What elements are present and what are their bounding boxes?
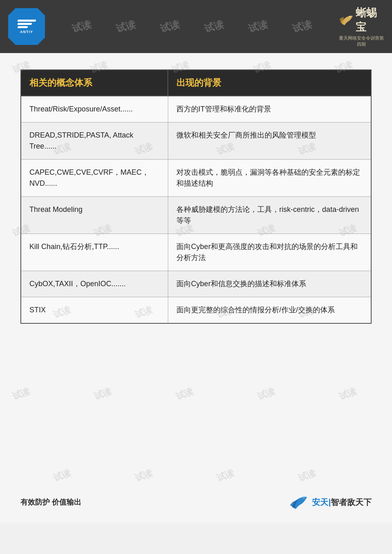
- col-right-header: 出现的背景: [168, 70, 371, 96]
- table-row: CybOX,TAXII，OpenIOC.......面向Cyber和信息交换的描…: [21, 271, 371, 297]
- table-row: Threat Modeling各种威胁建模的方法论，工具，risk-centri…: [21, 197, 371, 234]
- logo-stripe-3: [17, 26, 28, 28]
- table-cell-right: 面向更完整的综合性的情报分析/作业/交换的体系: [168, 297, 371, 324]
- header-watermark: 试读: [291, 20, 314, 33]
- header-watermark: 试读: [159, 20, 181, 33]
- footer: 有效防护 价值输出 安天|智者敌天下: [20, 494, 372, 510]
- table-row: Kill Chain,钻石分析,TTP......面向Cyber和更高强度的攻击…: [21, 234, 371, 271]
- header: ANTIY 试读 试读 试读 试读 试读 试读 蜥蜴宝 重天网络安全令训营第四期: [0, 0, 392, 53]
- main-content: 相关的概念体系 出现的背景 Threat/Risk/Exposure/Asset…: [0, 53, 392, 523]
- table-cell-right: 西方的IT管理和标准化的背景: [168, 96, 371, 122]
- footer-logo: 安天|智者敌天下: [288, 494, 372, 510]
- antiy-logo: ANTIY: [8, 8, 45, 45]
- table-cell-left: Threat/Risk/Exposure/Asset......: [21, 96, 168, 122]
- footer-logo-text: 安天|智者敌天下: [312, 497, 372, 508]
- header-watermark: 试读: [115, 20, 137, 33]
- footer-logo-icon: [288, 494, 309, 510]
- right-logo: 蜥蜴宝 重天网络安全令训营第四期: [339, 12, 384, 41]
- table-cell-left: DREAD,STRIDE,PASTA, Attack Tree......: [21, 122, 168, 160]
- header-watermark: 试读: [203, 20, 225, 33]
- logo-stripe-2: [17, 23, 32, 25]
- footer-logo-dark: 智者敌天下: [331, 498, 372, 507]
- col-left-header: 相关的概念体系: [21, 70, 168, 96]
- logo-stripe-1: [17, 20, 36, 22]
- table-header-row: 相关的概念体系 出现的背景: [21, 70, 371, 96]
- table-row: Threat/Risk/Exposure/Asset......西方的IT管理和…: [21, 96, 371, 122]
- footer-slogan: 有效防护 价值输出: [20, 497, 81, 507]
- concept-table: 相关的概念体系 出现的背景 Threat/Risk/Exposure/Asset…: [20, 69, 372, 324]
- header-watermark: 试读: [247, 20, 270, 33]
- right-logo-top: 蜥蜴宝: [339, 6, 384, 34]
- svg-point-0: [349, 16, 351, 17]
- logo-text: ANTIY: [20, 30, 33, 34]
- table-row: DREAD,STRIDE,PASTA, Attack Tree......微软和…: [21, 122, 371, 160]
- table-cell-left: Threat Modeling: [21, 197, 168, 234]
- table-cell-right: 对攻击模式，脆弱点，漏洞等各种基础的安全元素的标定和描述结构: [168, 160, 371, 197]
- table-cell-right: 各种威胁建模的方法论，工具，risk-centric，data-driven等等: [168, 197, 371, 234]
- table-cell-right: 微软和相关安全厂商所推出的风险管理模型: [168, 122, 371, 160]
- header-watermarks: 试读 试读 试读 试读 试读 试读: [45, 20, 339, 33]
- right-logo-subtitle: 重天网络安全令训营第四期: [339, 35, 384, 47]
- right-logo-cn-text: 蜥蜴宝: [356, 6, 384, 34]
- table-cell-right: 面向Cyber和信息交换的描述和标准体系: [168, 271, 371, 297]
- logo-stripes: [18, 20, 36, 28]
- footer-logo-blue: 安天: [312, 498, 328, 507]
- bird-icon: [339, 13, 353, 27]
- table-row: STIX面向更完整的综合性的情报分析/作业/交换的体系: [21, 297, 371, 324]
- table-cell-left: Kill Chain,钻石分析,TTP......: [21, 234, 168, 271]
- svg-point-1: [303, 496, 305, 499]
- table-cell-left: STIX: [21, 297, 168, 324]
- table-cell-left: CybOX,TAXII，OpenIOC.......: [21, 271, 168, 297]
- table-cell-right: 面向Cyber和更高强度的攻击和对抗的场景的分析工具和分析方法: [168, 234, 371, 271]
- table-cell-left: CAPEC,CWE,CVE,CVRF，MAEC，NVD......: [21, 160, 168, 197]
- table-row: CAPEC,CWE,CVE,CVRF，MAEC，NVD......对攻击模式，脆…: [21, 160, 371, 197]
- header-watermark: 试读: [71, 20, 93, 33]
